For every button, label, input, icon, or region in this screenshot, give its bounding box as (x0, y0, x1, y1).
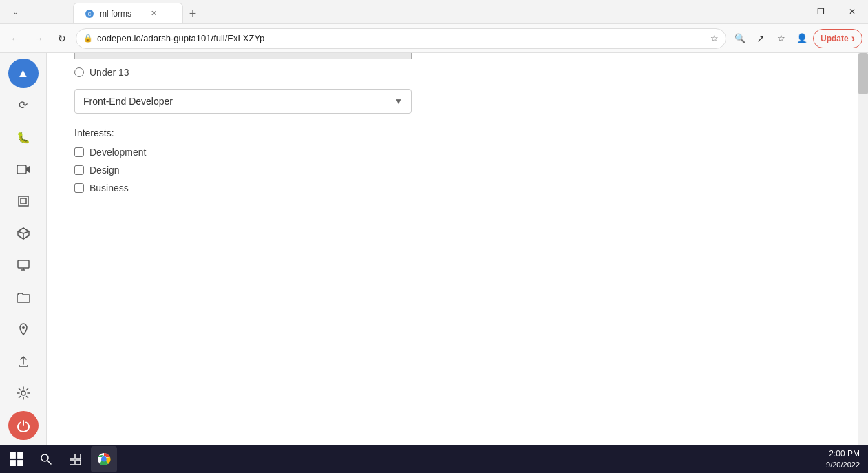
monitor-icon (17, 258, 30, 272)
main-content: Under 13 Web Front-End Developer PHP Dev… (47, 53, 858, 418)
chrome-icon (97, 452, 111, 466)
address-actions: 🔍 ↗ ☆ 👤 Update › (730, 29, 862, 48)
titlebar: ⌄ C ml forms ✕ + ─ ❐ ✕ (0, 0, 868, 24)
svg-rect-21 (70, 454, 74, 459)
selected-value: Front-End Developer (83, 96, 173, 107)
taskbar: 2:00 PM 9/20/2022 (0, 445, 868, 473)
taskbar-right: 2:00 PM 9/20/2022 (818, 448, 868, 470)
layers-icon (17, 194, 30, 208)
business-checkbox-row: Business (74, 182, 831, 193)
design-label: Design (89, 165, 120, 176)
job-select-wrapper: Web Front-End Developer PHP Developer Py… (74, 89, 412, 114)
dropdown-chevron-icon: ▼ (394, 96, 403, 106)
svg-point-14 (21, 391, 25, 395)
interests-label: Interests: (74, 127, 831, 138)
tabs-container: C ml forms ✕ + (25, 0, 202, 23)
business-checkbox[interactable] (74, 183, 84, 193)
scrollbar-track[interactable] (858, 53, 868, 445)
tab-label: ml forms (100, 9, 131, 19)
taskbar-date: 9/20/2022 (826, 460, 860, 470)
window-controls: ─ ❐ ✕ (773, 0, 868, 24)
taskbar-time: 2:00 PM (826, 448, 860, 460)
svg-rect-17 (10, 460, 16, 466)
taskbar-search-icon (41, 454, 52, 465)
sidebar-item-settings[interactable] (8, 379, 39, 408)
interests-section: Interests: Development Design Business (74, 127, 831, 193)
svg-rect-16 (17, 452, 23, 459)
address-input[interactable]: 🔒 codepen.io/adarsh-gupta101/full/ExLXZY… (76, 28, 726, 49)
design-checkbox-row: Design (74, 165, 831, 176)
sidebar-item-box[interactable] (8, 219, 39, 249)
design-checkbox[interactable] (74, 165, 84, 175)
maximize-button[interactable]: ❐ (805, 0, 836, 24)
svg-rect-4 (19, 196, 28, 206)
sidebar-item-location[interactable] (8, 315, 39, 344)
under13-radio-row: Under 13 (74, 67, 831, 78)
update-button[interactable]: Update › (813, 29, 862, 48)
url-text: codepen.io/adarsh-gupta101/full/ExLXZYp (97, 33, 706, 43)
sidebar-item-bug[interactable]: 🐛 (8, 123, 39, 152)
sidebar-item-video[interactable] (8, 155, 39, 185)
search-icon[interactable]: 🔍 (730, 29, 750, 48)
tab-menu-button[interactable]: ⌄ (6, 2, 25, 21)
svg-line-8 (18, 231, 23, 233)
svg-rect-5 (21, 198, 26, 204)
upload-icon (17, 355, 30, 368)
tab-favicon: C (85, 9, 94, 19)
star-icon[interactable]: ☆ (772, 29, 791, 48)
settings-icon (17, 386, 30, 400)
svg-line-20 (47, 461, 51, 464)
svg-rect-23 (70, 460, 74, 465)
sidebar-item-monitor[interactable] (8, 251, 39, 280)
svg-line-9 (23, 231, 29, 233)
taskbar-left (0, 445, 117, 473)
tab-close-button[interactable]: ✕ (151, 9, 157, 18)
bookmark-icon[interactable]: ☆ (710, 33, 719, 43)
svg-rect-15 (10, 452, 16, 459)
box-icon (17, 227, 30, 240)
svg-rect-22 (76, 454, 81, 459)
sidebar-item-upload[interactable] (8, 347, 39, 377)
task-view-icon (70, 454, 81, 465)
power-icon (17, 419, 30, 432)
reload-button[interactable]: ↻ (52, 29, 72, 48)
share-icon[interactable]: ↗ (751, 29, 770, 48)
development-checkbox-row: Development (74, 147, 831, 158)
svg-rect-10 (18, 260, 29, 268)
video-icon (17, 162, 30, 176)
location-icon (17, 322, 30, 336)
svg-point-27 (102, 457, 107, 462)
active-tab[interactable]: C ml forms ✕ (73, 3, 183, 23)
new-tab-button[interactable]: + (183, 4, 202, 23)
sidebar-item-folder[interactable] (8, 283, 39, 313)
forward-button[interactable]: → (29, 29, 48, 48)
taskbar-clock[interactable]: 2:00 PM 9/20/2022 (818, 448, 868, 470)
taskbar-task-view-button[interactable] (62, 445, 88, 473)
scrollbar-thumb[interactable] (858, 53, 868, 94)
svg-rect-18 (17, 460, 23, 466)
folder-icon (17, 291, 30, 304)
close-button[interactable]: ✕ (836, 0, 868, 24)
addressbar: ← → ↻ 🔒 codepen.io/adarsh-gupta101/full/… (0, 24, 868, 53)
svg-rect-2 (17, 165, 26, 174)
under13-radio[interactable] (74, 67, 84, 77)
sidebar: ▲ ⟳ 🐛 (0, 53, 47, 445)
minimize-button[interactable]: ─ (773, 0, 805, 24)
taskbar-search-button[interactable] (33, 445, 59, 473)
sidebar-item-power[interactable] (8, 411, 39, 441)
under13-label: Under 13 (89, 67, 129, 78)
sidebar-item-share[interactable]: ⟳ (8, 91, 39, 120)
development-checkbox[interactable] (74, 147, 84, 157)
windows-icon (10, 452, 23, 466)
svg-text:C: C (87, 12, 91, 17)
sidebar-item-up[interactable]: ▲ (8, 59, 39, 88)
svg-point-13 (22, 326, 25, 329)
svg-rect-24 (76, 460, 81, 465)
sidebar-item-layers[interactable] (8, 187, 39, 216)
back-button[interactable]: ← (6, 29, 25, 48)
option-freelancer[interactable]: Freelancer (75, 53, 411, 59)
taskbar-start-button[interactable] (3, 445, 30, 473)
taskbar-chrome-button[interactable] (91, 446, 117, 472)
job-select-display[interactable]: Front-End Developer ▼ (74, 89, 412, 114)
profile-icon[interactable]: 👤 (792, 29, 812, 48)
